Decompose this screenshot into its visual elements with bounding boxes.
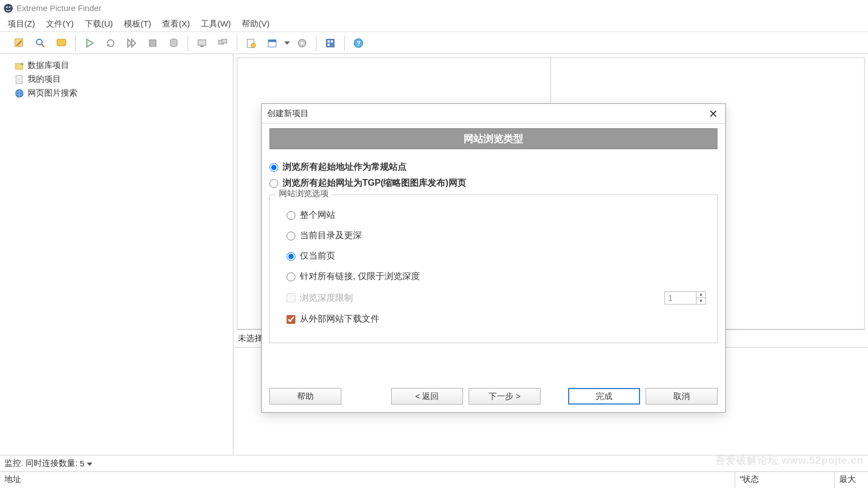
depth-spinner-buttons[interactable]: ▲ ▼ bbox=[696, 292, 705, 304]
toolbar-help-icon[interactable]: ? bbox=[348, 33, 369, 54]
svg-line-5 bbox=[41, 44, 44, 47]
menu-view[interactable]: 查看(X) bbox=[157, 17, 195, 32]
scope-radio-curr-only-label: 仅当前页 bbox=[300, 250, 335, 262]
dialog-title: 创建新项目 bbox=[267, 108, 309, 119]
menu-download[interactable]: 下载(U) bbox=[79, 17, 118, 32]
close-icon[interactable]: ✕ bbox=[706, 107, 720, 120]
window-titlebar: Extreme Picture Finder bbox=[0, 0, 868, 17]
globe-search-icon bbox=[14, 88, 24, 98]
depth-limit-row: 浏览深度限制 ▲ ▼ bbox=[281, 287, 706, 309]
toolbar-monitors-icon[interactable] bbox=[212, 33, 233, 54]
fieldset-legend: 网站浏览选项 bbox=[276, 188, 332, 199]
mode-radio-tgp[interactable]: 浏览所有起始网址为TGP(缩略图图库发布)网页 bbox=[269, 175, 718, 191]
toolbar-calendar-icon[interactable] bbox=[262, 33, 283, 54]
toolbar-database-icon[interactable] bbox=[163, 33, 184, 54]
mode-radio-regular[interactable]: 浏览所有起始地址作为常规站点 bbox=[269, 159, 718, 175]
svg-point-23 bbox=[301, 41, 304, 44]
scope-radio-curr-deeper[interactable]: 当前目录及更深 bbox=[281, 225, 706, 246]
external-download-check-input[interactable] bbox=[287, 315, 295, 324]
toolbar-note-icon[interactable] bbox=[51, 33, 72, 54]
mode-radio-tgp-input[interactable] bbox=[269, 179, 278, 188]
mode-radio-regular-label: 浏览所有起始地址作为常规站点 bbox=[283, 161, 407, 173]
toolbar-separator bbox=[344, 35, 345, 51]
svg-point-4 bbox=[37, 39, 42, 45]
toolbar-play-icon[interactable] bbox=[79, 33, 100, 54]
status-label: 同时连接数量: bbox=[25, 458, 77, 469]
menu-template[interactable]: 模板(T) bbox=[118, 17, 157, 32]
scope-radio-all-links-input[interactable] bbox=[287, 272, 295, 281]
next-button[interactable]: 下一步 > bbox=[469, 388, 540, 405]
depth-limit-check: 浏览深度限制 bbox=[287, 292, 353, 304]
toolbar-dropdown-icon[interactable] bbox=[283, 33, 292, 54]
svg-marker-7 bbox=[87, 39, 93, 47]
toolbar-separator bbox=[316, 35, 316, 51]
toolbar-gear-icon[interactable] bbox=[292, 33, 313, 54]
toolbar-refresh-icon[interactable] bbox=[100, 33, 121, 54]
scope-radio-whole[interactable]: 整个网站 bbox=[281, 205, 706, 225]
tree-item-label: 我的项目 bbox=[28, 74, 61, 85]
column-max[interactable]: 最大 bbox=[835, 472, 868, 488]
tree-item-database-projects[interactable]: 数据库项目 bbox=[3, 59, 230, 72]
svg-marker-9 bbox=[128, 39, 132, 47]
menu-help[interactable]: 帮助(V) bbox=[236, 17, 275, 32]
tree-item-label: 数据库项目 bbox=[28, 60, 69, 71]
menu-project[interactable]: 项目(Z) bbox=[2, 17, 40, 32]
app-title: Extreme Picture Finder bbox=[17, 3, 101, 13]
menu-file[interactable]: 文件(Y) bbox=[40, 17, 79, 32]
svg-text:?: ? bbox=[356, 40, 360, 48]
status-dropdown-icon[interactable] bbox=[87, 459, 92, 468]
dialog-body: 网站浏览类型 浏览所有起始地址作为常规站点 浏览所有起始网址为TGP(缩略图图库… bbox=[262, 124, 725, 381]
toolbar-edit-icon[interactable] bbox=[9, 33, 30, 54]
toolbar-tile-icon[interactable] bbox=[320, 33, 341, 54]
browse-options-fieldset: 网站浏览选项 整个网站 当前目录及更深 仅当前页 针对所有链接, 仅限于浏览深度 bbox=[269, 195, 718, 343]
app-icon bbox=[3, 3, 13, 13]
tree-item-web-image-search[interactable]: 网页图片搜索 bbox=[3, 86, 230, 100]
scope-radio-all-links-label: 针对所有链接, 仅限于浏览深度 bbox=[300, 271, 420, 282]
column-state[interactable]: "状态 bbox=[735, 472, 835, 488]
svg-marker-39 bbox=[87, 463, 92, 466]
scope-radio-curr-only-input[interactable] bbox=[287, 252, 295, 261]
column-header-row: 地址 "状态 最大 bbox=[0, 471, 868, 488]
tree-item-my-projects[interactable]: 我的项目 bbox=[3, 72, 230, 86]
scope-radio-curr-deeper-input[interactable] bbox=[287, 232, 295, 240]
toolbar: ? bbox=[0, 32, 868, 54]
finish-button[interactable]: 完成 bbox=[568, 388, 640, 405]
document-icon bbox=[14, 75, 24, 85]
svg-rect-11 bbox=[149, 40, 156, 46]
svg-rect-13 bbox=[198, 40, 206, 45]
svg-point-1 bbox=[6, 6, 8, 8]
column-address[interactable]: 地址 bbox=[0, 472, 735, 488]
menubar: 项目(Z) 文件(Y) 下载(U) 模板(T) 查看(X) 工具(W) 帮助(V… bbox=[0, 17, 868, 32]
status-value: 5 bbox=[80, 459, 84, 468]
statusbar: 监控. 同时连接数量: 5 bbox=[0, 455, 868, 471]
svg-point-18 bbox=[251, 43, 256, 48]
dialog-titlebar: 创建新项目 ✕ bbox=[262, 104, 725, 124]
svg-point-0 bbox=[4, 4, 13, 13]
external-download-check[interactable]: 从外部网站下载文件 bbox=[281, 309, 706, 329]
scope-radio-curr-only[interactable]: 仅当前页 bbox=[281, 246, 706, 266]
toolbar-search-icon[interactable] bbox=[30, 33, 51, 54]
toolbar-monitor-icon[interactable] bbox=[191, 33, 212, 54]
svg-rect-14 bbox=[200, 46, 204, 47]
toolbar-skip-icon[interactable] bbox=[121, 33, 142, 54]
spinner-down-icon[interactable]: ▼ bbox=[697, 298, 705, 304]
toolbar-props-icon[interactable] bbox=[241, 33, 262, 54]
sidebar-tree: 数据库项目 我的项目 网页图片搜索 bbox=[0, 54, 233, 455]
menu-tools[interactable]: 工具(W) bbox=[195, 17, 236, 32]
back-button[interactable]: < 返回 bbox=[391, 388, 463, 405]
toolbar-stop-icon[interactable] bbox=[142, 33, 163, 54]
help-button[interactable]: 帮助 bbox=[269, 388, 341, 405]
scope-radio-whole-input[interactable] bbox=[287, 211, 295, 220]
mode-radio-tgp-label: 浏览所有起始网址为TGP(缩略图图库发布)网页 bbox=[283, 177, 466, 189]
new-project-dialog: 创建新项目 ✕ 网站浏览类型 浏览所有起始地址作为常规站点 浏览所有起始网址为T… bbox=[261, 103, 726, 413]
depth-spinner-input[interactable] bbox=[665, 292, 696, 304]
scope-radio-all-links[interactable]: 针对所有链接, 仅限于浏览深度 bbox=[281, 266, 706, 287]
mode-radio-regular-input[interactable] bbox=[269, 163, 278, 172]
svg-rect-27 bbox=[328, 44, 330, 46]
scope-radio-curr-deeper-label: 当前目录及更深 bbox=[300, 230, 362, 242]
depth-spinner[interactable]: ▲ ▼ bbox=[664, 291, 706, 305]
svg-point-2 bbox=[9, 6, 11, 8]
spinner-up-icon[interactable]: ▲ bbox=[697, 292, 705, 298]
svg-rect-6 bbox=[57, 39, 66, 46]
cancel-button[interactable]: 取消 bbox=[646, 388, 718, 405]
